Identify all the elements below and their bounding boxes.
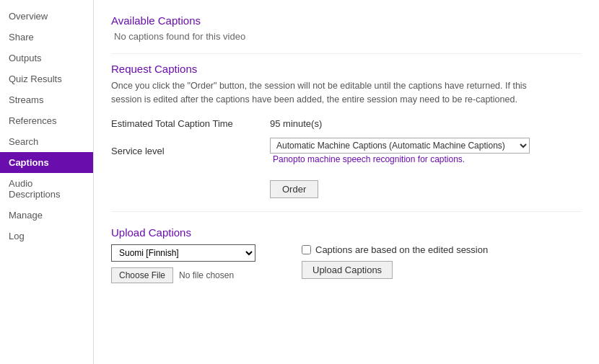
language-select-row: Suomi [Finnish] English Spanish French G…: [111, 244, 255, 262]
estimated-time-row: Estimated Total Caption Time 95 minute(s…: [111, 118, 582, 129]
divider-1: [111, 53, 582, 54]
upload-captions-section: Upload Captions Suomi [Finnish] English …: [111, 226, 582, 283]
sidebar-item-log[interactable]: Log: [0, 226, 93, 247]
available-captions-title: Available Captions: [111, 14, 582, 27]
estimated-time-label: Estimated Total Caption Time: [111, 118, 270, 129]
service-level-select[interactable]: Automatic Machine Captions (Automatic Ma…: [270, 138, 530, 154]
checkbox-row: Captions are based on the edited session: [302, 244, 488, 255]
sidebar-item-streams[interactable]: Streams: [0, 89, 93, 110]
service-level-row: Service level Automatic Machine Captions…: [111, 138, 582, 164]
sidebar-item-references[interactable]: References: [0, 110, 93, 131]
language-select[interactable]: Suomi [Finnish] English Spanish French G…: [111, 244, 255, 262]
service-level-control: Automatic Machine Captions (Automatic Ma…: [270, 138, 530, 164]
request-captions-section: Request Captions Once you click the "Ord…: [111, 63, 582, 198]
sidebar-item-audio-descriptions[interactable]: Audio Descriptions: [0, 173, 93, 205]
upload-captions-title: Upload Captions: [111, 226, 582, 239]
no-file-text: No file chosen: [179, 270, 234, 280]
no-captions-text: No captions found for this video: [114, 31, 582, 42]
available-captions-section: Available Captions No captions found for…: [111, 14, 582, 42]
sidebar-item-captions[interactable]: Captions: [0, 152, 93, 173]
edited-session-checkbox[interactable]: [302, 245, 311, 254]
request-captions-title: Request Captions: [111, 63, 582, 75]
upload-captions-button[interactable]: Upload Captions: [302, 261, 393, 279]
sidebar-item-search[interactable]: Search: [0, 131, 93, 152]
sidebar-item-manage[interactable]: Manage: [0, 205, 93, 226]
file-row: Choose File No file chosen: [111, 267, 255, 283]
sidebar-item-overview[interactable]: Overview: [0, 6, 93, 27]
divider-2: [111, 211, 582, 212]
upload-right-panel: Captions are based on the edited session…: [290, 244, 488, 279]
checkbox-label[interactable]: Captions are based on the edited session: [315, 244, 488, 255]
request-captions-info: Once you click the "Order" button, the s…: [111, 79, 544, 107]
main-content: Available Captions No captions found for…: [94, 0, 599, 364]
sidebar: Overview Share Outputs Quiz Results Stre…: [0, 0, 94, 364]
panopto-hint: Panopto machine speech recognition for c…: [273, 154, 465, 164]
sidebar-item-quiz-results[interactable]: Quiz Results: [0, 68, 93, 89]
sidebar-item-share[interactable]: Share: [0, 27, 93, 48]
service-level-label: Service level: [111, 146, 270, 156]
sidebar-item-outputs[interactable]: Outputs: [0, 48, 93, 68]
upload-left-panel: Suomi [Finnish] English Spanish French G…: [111, 244, 255, 283]
choose-file-button[interactable]: Choose File: [111, 267, 173, 283]
order-button[interactable]: Order: [270, 180, 318, 198]
estimated-time-value: 95 minute(s): [270, 118, 322, 129]
